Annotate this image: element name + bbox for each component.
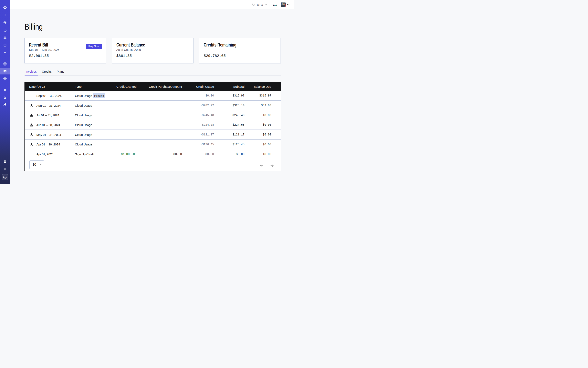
svg-text:$: $	[4, 176, 6, 178]
